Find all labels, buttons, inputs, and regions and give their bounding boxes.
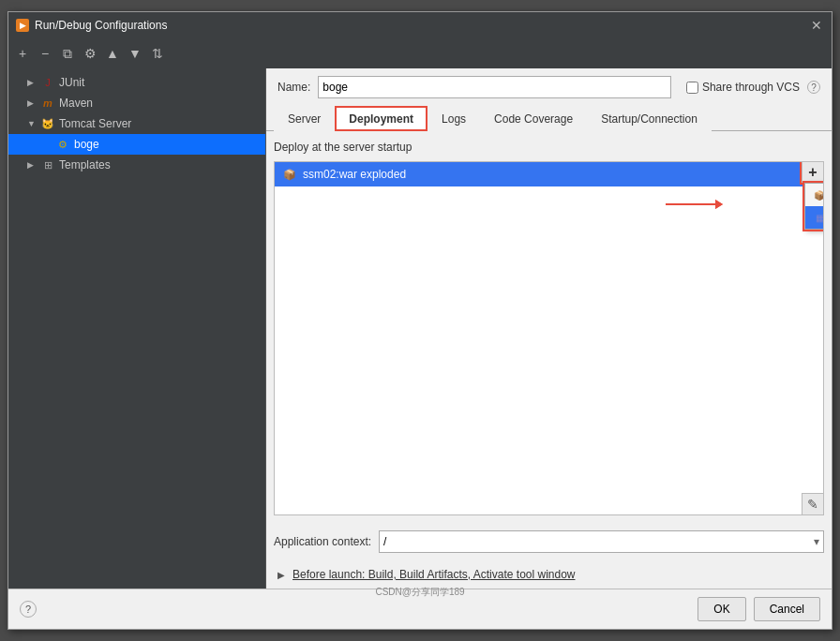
ok-button[interactable]: OK	[698, 597, 745, 621]
junit-icon: J	[40, 75, 55, 90]
help-button[interactable]: ?	[20, 601, 37, 618]
tab-deployment[interactable]: Deployment	[335, 106, 428, 131]
name-label: Name:	[278, 81, 310, 94]
configurations-toolbar: + − ⧉ ⚙ ▲ ▼ ⇅	[8, 38, 832, 68]
tab-code-coverage[interactable]: Code Coverage	[480, 106, 587, 131]
remove-config-button[interactable]: −	[35, 43, 55, 64]
sidebar-item-boge[interactable]: ⚙ boge	[8, 134, 265, 155]
external-source-icon: ▦	[813, 211, 824, 224]
red-arrow	[666, 203, 722, 205]
boge-label: boge	[74, 138, 99, 151]
dialog-title: Run/Debug Configurations	[35, 19, 167, 32]
boge-icon: ⚙	[55, 137, 70, 152]
dialog-icon: ▶	[16, 19, 29, 32]
sort-button[interactable]: ⇅	[147, 43, 168, 64]
app-context-label: Application context:	[274, 535, 371, 548]
share-checkbox[interactable]	[686, 82, 698, 94]
sidebar-item-tomcat-server[interactable]: ▼ 🐱 Tomcat Server	[8, 113, 265, 134]
app-context-input[interactable]: / ▾	[379, 530, 824, 553]
run-debug-configurations-dialog: ▶ Run/Debug Configurations ✕ + − ⧉ ⚙ ▲ ▼…	[8, 11, 832, 630]
main-content: ▶ J JUnit ▶ m Maven ▼ 🐱 Tomcat Server ⚙ …	[8, 68, 832, 589]
app-context-row: Application context: / ▾	[266, 523, 832, 560]
title-bar-left: ▶ Run/Debug Configurations	[16, 19, 167, 32]
before-launch-expand-icon[interactable]: ▶	[278, 570, 287, 579]
deploy-list: 📦 ssm02:war exploded + 📦 Artifact...	[274, 161, 824, 515]
maven-label: Maven	[59, 97, 93, 110]
before-launch-label: Before launch: Build, Build Artifacts, A…	[292, 568, 576, 581]
configurations-tree: ▶ J JUnit ▶ m Maven ▼ 🐱 Tomcat Server ⚙ …	[8, 68, 266, 589]
tomcat-icon: 🐱	[40, 116, 55, 131]
edit-bar: ✎	[802, 493, 823, 514]
add-deploy-button[interactable]: +	[802, 162, 823, 183]
share-help-icon: ?	[807, 81, 820, 94]
before-launch-row[interactable]: ▶ Before launch: Build, Build Artifacts,…	[266, 560, 832, 589]
settings-button[interactable]: ⚙	[80, 43, 100, 64]
artifact-icon: 📦	[282, 167, 297, 182]
tab-logs[interactable]: Logs	[428, 106, 480, 131]
name-input[interactable]	[318, 76, 671, 98]
bottom-right: OK Cancel	[698, 597, 820, 621]
sidebar-item-junit[interactable]: ▶ J JUnit	[8, 72, 265, 93]
move-down-button[interactable]: ▼	[125, 43, 145, 64]
junit-arrow: ▶	[27, 78, 37, 87]
cancel-button[interactable]: Cancel	[754, 597, 820, 621]
bottom-left: ?	[20, 601, 37, 618]
title-bar: ▶ Run/Debug Configurations ✕	[8, 12, 832, 38]
templates-arrow: ▶	[27, 160, 37, 170]
deploy-item-ssm02[interactable]: 📦 ssm02:war exploded	[275, 162, 823, 186]
move-up-button[interactable]: ▲	[102, 43, 123, 64]
copy-config-button[interactable]: ⧉	[57, 43, 78, 64]
share-label: Share through VCS	[702, 81, 800, 94]
dropdown-artifact-item[interactable]: 📦 Artifact...	[805, 184, 824, 206]
junit-label: JUnit	[59, 76, 84, 89]
templates-label: Templates	[59, 158, 111, 171]
close-icon[interactable]: ✕	[811, 19, 824, 32]
sidebar-item-maven[interactable]: ▶ m Maven	[8, 93, 265, 113]
tab-server[interactable]: Server	[274, 106, 335, 131]
tab-startup-connection[interactable]: Startup/Connection	[587, 106, 712, 131]
right-panel: Name: Share through VCS ? Server Deploym…	[266, 68, 832, 589]
tomcat-label: Tomcat Server	[59, 117, 131, 130]
boge-arrow	[42, 140, 52, 149]
chevron-down-icon: ▾	[814, 535, 819, 548]
tabs-row: Server Deployment Logs Code Coverage Sta…	[266, 106, 832, 131]
add-remove-bar: + 📦 Artifact... ▦ External Source...	[802, 162, 823, 183]
share-checkbox-row: Share through VCS ?	[686, 81, 820, 94]
app-context-value: /	[383, 535, 386, 548]
artifact-dropdown-icon: 📦	[813, 188, 824, 201]
bottom-bar: ? OK Cancel	[8, 589, 832, 629]
deploy-item-label: ssm02:war exploded	[303, 168, 406, 181]
deploy-section-label: Deploy at the server startup	[274, 139, 824, 156]
sidebar-item-templates[interactable]: ▶ ⊞ Templates	[8, 155, 265, 175]
maven-arrow: ▶	[27, 98, 37, 108]
dropdown-external-source-item[interactable]: ▦ External Source...	[805, 206, 824, 229]
templates-icon: ⊞	[40, 157, 55, 172]
tab-deployment-content: Deploy at the server startup 📦 ssm02:war…	[266, 131, 832, 523]
maven-icon: m	[40, 96, 55, 111]
tomcat-arrow: ▼	[27, 119, 37, 128]
name-row: Name: Share through VCS ?	[266, 68, 832, 106]
add-dropdown-popup: 📦 Artifact... ▦ External Source...	[804, 183, 824, 230]
add-config-button[interactable]: +	[12, 43, 33, 64]
edit-deploy-button[interactable]: ✎	[802, 494, 823, 514]
